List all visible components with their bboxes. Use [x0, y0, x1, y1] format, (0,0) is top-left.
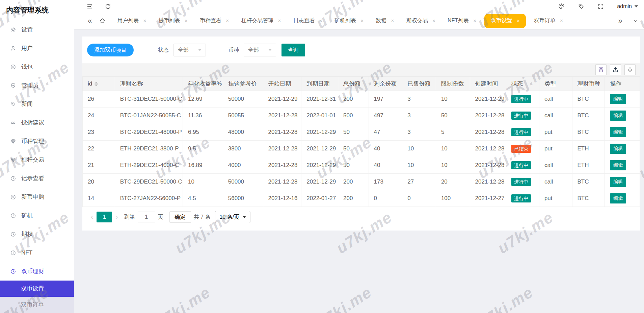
cell-total: 50 — [338, 141, 369, 157]
refresh-icon[interactable] — [105, 3, 111, 10]
tab[interactable]: 杠杆交易管理× — [235, 13, 287, 29]
sidebar-item-label: 双币理财 — [21, 267, 44, 275]
status-select[interactable]: 全部 — [173, 44, 206, 56]
edit-button[interactable]: 编辑 — [610, 177, 626, 187]
sidebar-subitem[interactable]: 双币设置 — [0, 281, 74, 297]
sidebar-item[interactable]: 管理员 — [0, 76, 74, 95]
cell-start: 2021-12-28 — [263, 157, 301, 174]
table-row: 24BTC-01JAN22-50055-C11.36500552021-12-2… — [83, 107, 640, 124]
history-icon — [10, 175, 16, 182]
sidebar-item[interactable]: NFT — [0, 243, 74, 262]
goto-page-input[interactable] — [138, 212, 155, 222]
coin-select[interactable]: 全部 — [244, 44, 276, 56]
cell-id: 26 — [83, 91, 115, 107]
cell-actions: 编辑 — [605, 157, 640, 174]
sidebar-subitem[interactable]: 双币订单 — [0, 297, 74, 313]
tab[interactable]: 提币列表× — [153, 13, 194, 29]
next-page-icon[interactable]: › — [112, 213, 121, 221]
table-row: 20BTC-29DEC21-50000-C10500002021-12-2820… — [83, 174, 640, 190]
sort-icon[interactable] — [95, 82, 98, 86]
edit-button[interactable]: 编辑 — [610, 111, 626, 121]
cell-start: 2021-12-28 — [263, 141, 301, 157]
close-tab-icon[interactable]: × — [360, 18, 364, 24]
tab-label: 双币订单 — [534, 17, 556, 24]
page-size-select[interactable]: 10 条/页 — [215, 211, 250, 223]
close-tab-icon[interactable]: × — [473, 18, 476, 24]
edit-button[interactable]: 编辑 — [610, 127, 626, 137]
column-header: 理财币种 — [572, 77, 605, 91]
close-tab-icon[interactable]: × — [185, 18, 188, 24]
scroll-tabs-left-icon[interactable]: « — [86, 17, 94, 25]
tab[interactable]: 用户列表× — [111, 13, 152, 29]
edit-button[interactable]: 编辑 — [610, 193, 626, 203]
close-tab-icon[interactable]: × — [278, 18, 281, 24]
tag-icon[interactable] — [578, 3, 585, 10]
goto-prefix-label: 到第 — [124, 214, 135, 221]
edit-button[interactable]: 编辑 — [610, 144, 626, 154]
add-dual-currency-button[interactable]: 添加双币项目 — [87, 44, 134, 56]
status-badge: 已结束 — [511, 145, 531, 153]
edit-button[interactable]: 编辑 — [610, 94, 626, 104]
tab[interactable]: 双币订单× — [528, 13, 569, 29]
sidebar-item[interactable]: 币种管理 — [0, 132, 74, 150]
cell-start: 2021-12-16 — [263, 190, 301, 207]
tab[interactable]: 期权交易× — [400, 13, 441, 29]
tab[interactable]: 日志查看× — [287, 13, 328, 29]
tab-label: NFT列表 — [448, 17, 469, 24]
close-tab-icon[interactable]: × — [516, 18, 519, 24]
sidebar-item[interactable]: 期权 — [0, 225, 74, 243]
cell-total: 50 — [338, 124, 369, 141]
filter-row: 添加双币项目 状态 全部 币种 全部 查询 — [82, 37, 640, 63]
scroll-tabs-right-icon[interactable]: » — [616, 17, 624, 25]
tab-label: 用户列表 — [117, 17, 139, 24]
tabs-menu-icon[interactable] — [633, 18, 639, 24]
column-header[interactable]: id — [83, 77, 115, 91]
close-tab-icon[interactable]: × — [143, 18, 146, 24]
current-page[interactable]: 1 — [97, 212, 112, 222]
home-tab-icon[interactable] — [99, 18, 106, 24]
cell-actions: 编辑 — [605, 107, 640, 124]
cell-start: 2021-12-28 — [263, 174, 301, 190]
svg-text:$: $ — [12, 65, 14, 69]
sidebar-item[interactable]: $钱包 — [0, 57, 74, 76]
tab[interactable]: 矿机列表× — [328, 13, 370, 29]
sidebar-item[interactable]: $新币申购 — [0, 188, 74, 206]
close-tab-icon[interactable]: × — [391, 18, 394, 24]
cell-coin: BTC — [572, 124, 605, 141]
fullscreen-icon[interactable] — [597, 3, 604, 10]
sidebar-item[interactable]: 设置 — [0, 20, 74, 39]
close-tab-icon[interactable]: × — [560, 18, 563, 24]
close-tab-icon[interactable]: × — [226, 18, 229, 24]
sidebar-item[interactable]: 双币理财 — [0, 262, 74, 281]
cell-end: 2022-01-27 — [301, 190, 338, 207]
sidebar-item[interactable]: 用户 — [0, 39, 74, 57]
tab[interactable]: 数据× — [370, 13, 400, 29]
sidebar-item[interactable]: 新闻 — [0, 95, 74, 113]
tab[interactable]: 币种查看× — [194, 13, 235, 29]
close-tab-icon[interactable]: × — [432, 18, 435, 24]
status-badge: 进行中 — [511, 112, 531, 120]
tab[interactable]: 双币设置× — [484, 14, 526, 28]
status-badge: 进行中 — [511, 178, 531, 186]
sidebar-item[interactable]: 投拆建议 — [0, 113, 74, 132]
edit-button[interactable]: 编辑 — [610, 160, 626, 170]
export-icon[interactable] — [610, 64, 621, 75]
column-header: 开始日期 — [263, 77, 301, 91]
filter-columns-icon[interactable] — [595, 64, 607, 75]
sidebar-item[interactable]: 杠杆交易 — [0, 150, 74, 169]
print-icon[interactable] — [624, 64, 636, 75]
tab[interactable]: NFT列表× — [441, 13, 482, 29]
collapse-sidebar-icon[interactable] — [86, 3, 93, 10]
search-button[interactable]: 查询 — [281, 44, 305, 56]
sidebar-item[interactable]: 记录查看 — [0, 169, 74, 188]
cell-rate: 4.5 — [183, 190, 223, 207]
user-menu[interactable]: admin — [617, 3, 638, 9]
cell-coin: BTC — [572, 91, 605, 107]
confirm-page-button[interactable]: 确定 — [169, 211, 191, 223]
sidebar-item[interactable]: 矿机 — [0, 206, 74, 225]
close-tab-icon[interactable]: × — [319, 18, 322, 24]
cell-name: BTC-27JAN22-56000-P — [115, 190, 183, 207]
prev-page-icon[interactable]: ‹ — [87, 213, 97, 221]
theme-palette-icon[interactable] — [558, 3, 565, 10]
cell-end: 2021-12-29 — [301, 174, 338, 190]
